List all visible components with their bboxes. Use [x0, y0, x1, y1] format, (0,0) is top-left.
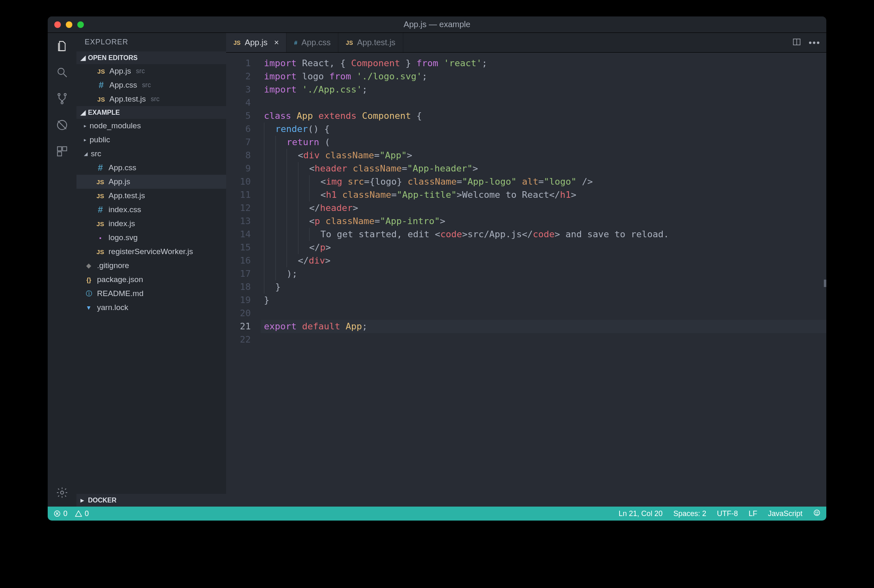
tab-bar: JSApp.js×#App.cssJSApp.test.js •••: [226, 33, 826, 53]
settings-gear-icon[interactable]: [55, 485, 69, 500]
status-warnings[interactable]: 0: [75, 509, 89, 518]
svg-point-15: [814, 510, 820, 516]
svg-point-16: [816, 512, 816, 512]
search-icon[interactable]: [55, 65, 69, 80]
open-editor-item[interactable]: #App.csssrc: [76, 78, 226, 92]
file-item[interactable]: ◆.gitignore: [76, 259, 226, 273]
open-editors-header[interactable]: ◢ OPEN EDITORS: [76, 51, 226, 64]
svg-point-3: [64, 94, 66, 96]
traffic-lights: [54, 21, 84, 28]
chevron-down-icon: ◢: [81, 54, 85, 62]
code-editor[interactable]: 12345678910111213141516171819202122 impo…: [226, 53, 826, 507]
status-language[interactable]: JavaScript: [768, 509, 802, 518]
svg-rect-8: [58, 152, 62, 156]
svg-point-9: [60, 491, 64, 494]
editor-tab[interactable]: #App.css: [287, 33, 338, 52]
chevron-down-icon: ◢: [81, 109, 85, 116]
debug-icon[interactable]: [55, 118, 69, 132]
status-feedback-icon[interactable]: [813, 509, 821, 519]
status-cursor-position[interactable]: Ln 21, Col 20: [619, 509, 663, 518]
file-item[interactable]: ⓘREADME.md: [76, 287, 226, 301]
status-indentation[interactable]: Spaces: 2: [673, 509, 706, 518]
tab-actions: •••: [792, 33, 826, 52]
file-item[interactable]: #App.css: [76, 161, 226, 175]
explorer-icon[interactable]: [55, 39, 69, 53]
folder-item[interactable]: ◢src: [76, 147, 226, 161]
close-window-button[interactable]: [54, 21, 61, 28]
editor-window: App.js — example: [48, 16, 826, 521]
editor-area: JSApp.js×#App.cssJSApp.test.js ••• 12345…: [226, 33, 826, 507]
editor-tab[interactable]: JSApp.js×: [226, 33, 287, 52]
split-editor-icon[interactable]: [792, 37, 801, 48]
status-errors[interactable]: 0: [53, 509, 67, 518]
example-folder-header[interactable]: ◢ EXAMPLE: [76, 106, 226, 119]
folder-item[interactable]: ▸public: [76, 133, 226, 147]
file-item[interactable]: {}package.json: [76, 273, 226, 287]
sidebar: EXPLORER ◢ OPEN EDITORS JSApp.jssrc#App.…: [76, 33, 226, 507]
window-title: App.js — example: [48, 20, 826, 29]
file-item[interactable]: ▪logo.svg: [76, 231, 226, 245]
svg-rect-7: [62, 147, 67, 151]
sidebar-title: EXPLORER: [76, 33, 226, 51]
open-editor-item[interactable]: JSApp.jssrc: [76, 64, 226, 78]
svg-point-17: [818, 512, 819, 512]
source-control-icon[interactable]: [55, 91, 69, 106]
minimize-window-button[interactable]: [66, 21, 72, 28]
scrollbar-thumb[interactable]: [824, 280, 826, 287]
svg-rect-6: [58, 147, 62, 151]
file-item[interactable]: JSApp.test.js: [76, 189, 226, 203]
status-eol[interactable]: LF: [749, 509, 757, 518]
status-bar: 0 0 Ln 21, Col 20 Spaces: 2 UTF-8 LF Jav…: [48, 507, 826, 521]
file-item[interactable]: JSregisterServiceWorker.js: [76, 245, 226, 259]
file-item[interactable]: JSindex.js: [76, 217, 226, 231]
svg-line-1: [64, 74, 67, 77]
docker-section-header[interactable]: ▸ DOCKER: [76, 494, 226, 507]
extensions-icon[interactable]: [55, 144, 69, 159]
file-item[interactable]: ▾yarn.lock: [76, 301, 226, 315]
chevron-right-icon: ▸: [81, 496, 85, 504]
close-tab-icon[interactable]: ×: [274, 38, 279, 47]
file-item[interactable]: JSApp.js: [76, 175, 226, 189]
maximize-window-button[interactable]: [77, 21, 84, 28]
open-editor-item[interactable]: JSApp.test.jssrc: [76, 92, 226, 106]
titlebar[interactable]: App.js — example: [48, 16, 826, 33]
file-item[interactable]: #index.css: [76, 203, 226, 217]
svg-point-4: [61, 102, 63, 104]
status-encoding[interactable]: UTF-8: [717, 509, 738, 518]
more-actions-icon[interactable]: •••: [809, 37, 821, 48]
folder-item[interactable]: ▸node_modules: [76, 119, 226, 133]
svg-point-0: [58, 68, 64, 74]
editor-tab[interactable]: JSApp.test.js: [338, 33, 403, 52]
activity-bar: [48, 33, 76, 507]
svg-point-2: [58, 94, 60, 96]
